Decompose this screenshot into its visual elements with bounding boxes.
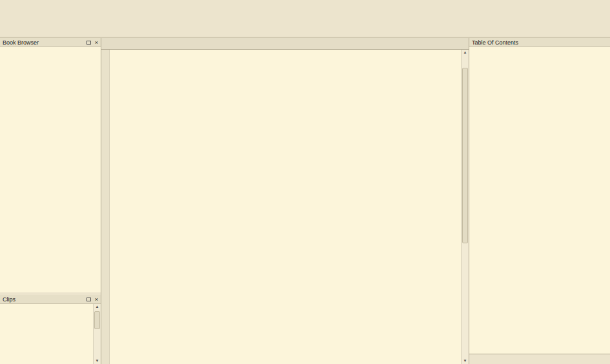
scroll-thumb[interactable] [94,311,100,330]
float-panel-icon[interactable] [86,41,91,45]
toc-header: Table Of Contents [469,38,610,47]
toc-title: Table Of Contents [472,39,518,46]
menu-bar [0,0,610,8]
editor-gutter [101,50,110,364]
float-panel-icon[interactable] [86,298,91,301]
toc-panel: Table Of Contents [469,38,610,364]
scroll-thumb[interactable] [462,68,468,243]
toolbar-format [0,23,610,37]
scroll-down-icon[interactable]: ▼ [463,358,467,364]
scroll-down-icon[interactable]: ▼ [96,358,99,364]
editor-column: ▲ ▼ [101,38,469,364]
code-view: ▲ ▼ [101,50,469,364]
clips-list [0,304,93,364]
clips-header: Clips × [0,295,101,304]
tab-bar [101,38,469,50]
book-browser-title: Book Browser [3,39,39,46]
scroll-up-icon[interactable]: ▲ [463,50,467,56]
code-editor[interactable] [110,50,461,364]
book-browser-panel: Book Browser × [0,38,101,292]
main-area: Book Browser × Clips × ▲ [0,37,610,364]
close-panel-icon[interactable]: × [95,298,98,301]
right-dock: Table Of Contents [469,38,610,364]
clips-scrollbar[interactable]: ▲ ▼ [93,304,101,364]
book-browser-tree [0,47,101,292]
clips-panel: Clips × ▲ ▼ [0,295,101,364]
toolbar-main [0,8,610,23]
close-panel-icon[interactable]: × [95,41,98,45]
toc-tree [469,47,610,354]
editor-scrollbar[interactable]: ▲ ▼ [461,50,469,364]
left-dock: Book Browser × Clips × ▲ [0,38,101,364]
book-browser-header: Book Browser × [0,38,101,47]
scroll-up-icon[interactable]: ▲ [96,304,99,310]
sigil-window: Book Browser × Clips × ▲ [0,0,610,364]
clips-title: Clips [3,296,15,303]
toc-bottom-tabs [469,354,610,364]
